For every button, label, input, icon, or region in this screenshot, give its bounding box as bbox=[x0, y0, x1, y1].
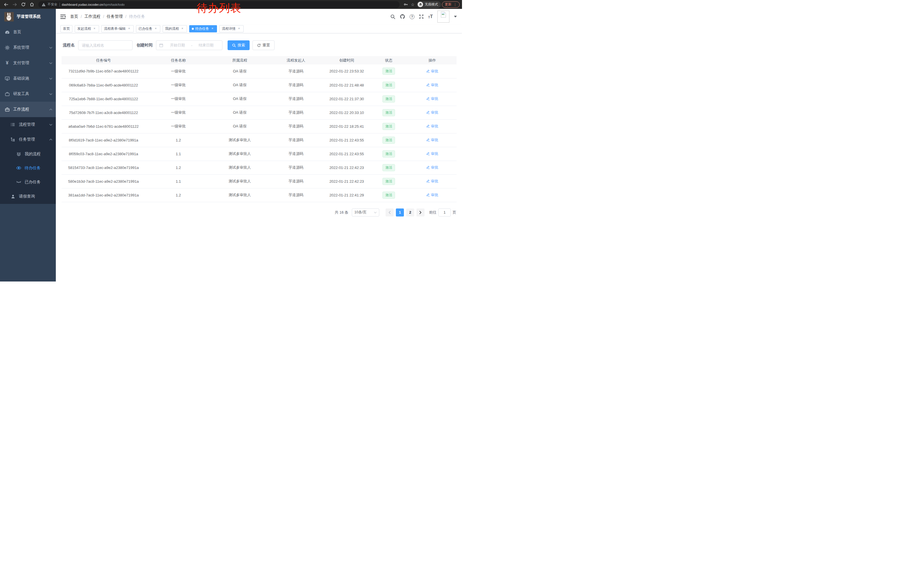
close-icon[interactable]: × bbox=[93, 27, 96, 31]
monitor-icon bbox=[4, 76, 10, 81]
approve-link[interactable]: 审批 bbox=[426, 69, 438, 74]
table-row: 8f0d1619-7ac8-11ec-a9e2-a2380e71991a 1.2… bbox=[62, 133, 456, 147]
bookmark-star-icon[interactable]: ☆ bbox=[411, 3, 414, 7]
task-name-cell: 一级审批 bbox=[146, 92, 211, 106]
approve-link[interactable]: 审批 bbox=[426, 110, 438, 115]
address-bar[interactable]: 不安全 dashboard.yudao.iocoder.cn/bpm/task/… bbox=[38, 1, 400, 8]
breadcrumb-task-management[interactable]: 任务管理 bbox=[107, 14, 123, 19]
fullscreen-icon[interactable] bbox=[419, 14, 424, 19]
close-icon[interactable]: × bbox=[127, 27, 131, 31]
font-size-icon[interactable]: TT bbox=[428, 14, 433, 19]
search-button[interactable]: 搜索 bbox=[228, 41, 250, 50]
tag-my-process[interactable]: 我的流程× bbox=[163, 25, 187, 32]
sidebar-item-leave-query[interactable]: 请假查询 bbox=[0, 189, 56, 204]
browser-update-button[interactable]: 更新 ⋮ bbox=[442, 2, 460, 8]
approve-link[interactable]: 审批 bbox=[426, 192, 438, 198]
created-time-cell: 2022-01-21 22:42:23 bbox=[324, 174, 369, 188]
password-key-icon[interactable] bbox=[404, 2, 408, 7]
dashboard-icon bbox=[4, 30, 10, 35]
process-name-label: 流程名 bbox=[63, 43, 75, 48]
status-cell: 激活 bbox=[369, 78, 408, 92]
status-badge: 激活 bbox=[382, 109, 395, 116]
close-icon[interactable]: × bbox=[154, 27, 158, 31]
tag-home[interactable]: 首页 bbox=[60, 25, 72, 32]
task-id-cell: 75d72608-7b7f-11ec-a3c8-acde48001122 bbox=[62, 106, 146, 119]
edit-pencil-icon bbox=[426, 165, 430, 169]
tag-start-process[interactable]: 发起流程× bbox=[75, 25, 99, 32]
sidebar-item-process-management[interactable]: 流程管理 bbox=[0, 117, 56, 132]
approve-link[interactable]: 审批 bbox=[426, 151, 438, 156]
prev-page-button[interactable] bbox=[386, 209, 394, 216]
process-name-input[interactable] bbox=[78, 41, 132, 50]
tag-todo-tasks[interactable]: 待办任务× bbox=[189, 25, 217, 32]
avatar[interactable] bbox=[437, 11, 449, 23]
action-cell: 审批 bbox=[408, 188, 456, 202]
edit-pencil-icon bbox=[426, 69, 430, 73]
task-name-cell: 1.2 bbox=[146, 161, 211, 174]
next-page-button[interactable] bbox=[417, 209, 424, 216]
reset-button[interactable]: 重置 bbox=[252, 41, 274, 50]
browser-home-button[interactable] bbox=[28, 1, 36, 8]
page-button-2[interactable]: 2 bbox=[406, 209, 414, 216]
help-icon[interactable]: ? bbox=[410, 14, 414, 19]
status-cell: 激活 bbox=[369, 92, 408, 106]
tag-process-detail[interactable]: 流程详情× bbox=[219, 25, 244, 32]
status-cell: 激活 bbox=[369, 161, 408, 174]
breadcrumb-home[interactable]: 首页 bbox=[70, 14, 78, 19]
approve-link[interactable]: 审批 bbox=[426, 179, 438, 184]
table-row: 069c6a63-7b8a-11ec-8ef0-acde48001122 一级审… bbox=[62, 78, 456, 92]
pagination: 共 16 条 10条/页 1 2 前往 页 bbox=[62, 209, 456, 216]
page-content: 流程名 创建时间 开始日期 - 结束日期 搜索 重置 bbox=[56, 33, 462, 281]
page-button-1[interactable]: 1 bbox=[396, 209, 404, 216]
sidebar-item-done-tasks[interactable]: 已办任务 bbox=[0, 175, 56, 189]
edit-pencil-icon bbox=[426, 124, 430, 128]
sidebar-item-my-process[interactable]: 我的流程 bbox=[0, 147, 56, 161]
task-id-cell: a6aba0a4-7b6d-11ec-b781-acde48001122 bbox=[62, 119, 146, 133]
browser-menu-icon[interactable]: ⋮ bbox=[453, 3, 457, 7]
browser-reload-button[interactable] bbox=[20, 1, 27, 8]
date-range-picker[interactable]: 开始日期 - 结束日期 bbox=[156, 41, 222, 50]
sidebar-item-todo-tasks[interactable]: 待办任务 bbox=[0, 161, 56, 175]
table-row: a6aba0a4-7b6d-11ec-b781-acde48001122 一级审… bbox=[62, 119, 456, 133]
process-cell: OA 请假 bbox=[211, 92, 268, 106]
sidebar-item-infrastructure[interactable]: 基础设施 bbox=[0, 71, 56, 86]
status-badge: 激活 bbox=[382, 164, 395, 171]
process-cell: OA 请假 bbox=[211, 78, 268, 92]
security-warning-icon[interactable] bbox=[42, 3, 45, 6]
created-time-cell: 2022-01-22 23:53:32 bbox=[324, 65, 369, 78]
close-icon[interactable]: × bbox=[180, 27, 184, 31]
edit-pencil-icon bbox=[426, 193, 430, 197]
browser-forward-button[interactable] bbox=[11, 1, 18, 8]
sidebar-item-payment[interactable]: ¥ 支付管理 bbox=[0, 55, 56, 71]
avatar-dropdown-caret[interactable] bbox=[454, 16, 457, 18]
close-icon[interactable]: × bbox=[237, 27, 241, 31]
app-logo-row[interactable]: 芋道管理系统 bbox=[0, 9, 56, 24]
sidebar-item-system[interactable]: 系统管理 bbox=[0, 40, 56, 55]
browser-back-button[interactable] bbox=[2, 1, 10, 8]
action-cell: 审批 bbox=[408, 65, 456, 78]
sidebar-item-task-management[interactable]: 任务管理 bbox=[0, 132, 56, 147]
approve-link[interactable]: 审批 bbox=[426, 96, 438, 101]
task-name-cell: 一级审批 bbox=[146, 65, 211, 78]
sidebar-collapse-icon[interactable] bbox=[60, 14, 66, 19]
approve-link[interactable]: 审批 bbox=[426, 83, 438, 88]
breadcrumb-workflow[interactable]: 工作流程 bbox=[84, 14, 100, 19]
approve-link[interactable]: 审批 bbox=[426, 165, 438, 170]
close-icon[interactable]: × bbox=[210, 27, 214, 31]
search-icon[interactable] bbox=[390, 14, 395, 19]
action-cell: 审批 bbox=[408, 106, 456, 119]
sidebar-item-home[interactable]: 首页 bbox=[0, 24, 56, 40]
approve-link[interactable]: 审批 bbox=[426, 137, 438, 143]
process-cell: OA 请假 bbox=[211, 119, 268, 133]
table-header-row: 任务编号 任务名称 所属流程 流程发起人 创建时间 状态 操作 bbox=[62, 56, 456, 65]
sidebar: 芋道管理系统 首页 系统管理 ¥ 支付管理 基础设施 bbox=[0, 9, 56, 281]
github-icon[interactable] bbox=[400, 14, 405, 19]
sidebar-item-workflow[interactable]: 工作流程 bbox=[0, 102, 56, 117]
tag-process-form-edit[interactable]: 流程表单-编辑× bbox=[101, 25, 134, 32]
status-cell: 激活 bbox=[369, 65, 408, 78]
approve-link[interactable]: 审批 bbox=[426, 124, 438, 129]
tag-done-tasks[interactable]: 已办任务× bbox=[136, 25, 160, 32]
page-size-select[interactable]: 10条/页 bbox=[352, 209, 379, 216]
goto-page-input[interactable] bbox=[438, 209, 451, 216]
sidebar-item-devtools[interactable]: 研发工具 bbox=[0, 86, 56, 102]
